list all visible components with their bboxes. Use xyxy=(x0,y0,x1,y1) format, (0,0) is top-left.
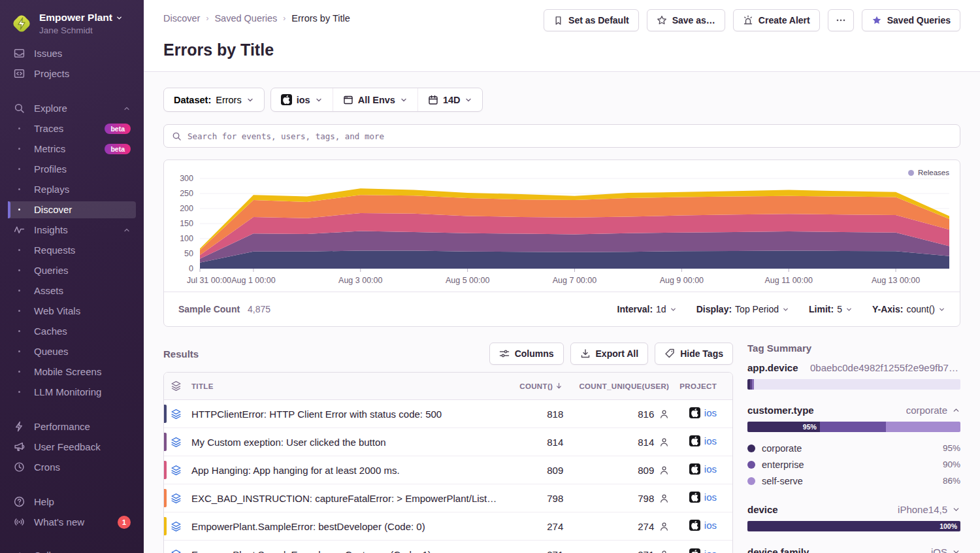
error-title[interactable]: App Hanging: App hanging for at least 20… xyxy=(186,456,502,484)
column-header-project[interactable]: PROJECT xyxy=(674,373,732,400)
sidebar-item-caches[interactable]: Caches xyxy=(8,323,136,340)
error-title[interactable]: My Custom exeption: User clicked the but… xyxy=(186,428,502,456)
error-title[interactable]: EmpowerPlant.SampleError: bestDeveloper … xyxy=(186,512,502,541)
bullet-icon xyxy=(13,371,25,373)
chart-panel: Releases 050100150200250300Jul 31 00:00A… xyxy=(163,159,960,327)
search-bar xyxy=(163,124,960,148)
sidebar-item-llm-monitoring[interactable]: LLM Monitoring xyxy=(8,384,136,401)
sidebar-item-what-s-new[interactable]: What's new1 xyxy=(8,514,136,531)
sidebar-item-requests[interactable]: Requests xyxy=(8,242,136,259)
stacked-area-chart: 050100150200250300Jul 31 00:00Aug 1 00:0… xyxy=(164,160,960,292)
error-title[interactable]: EmpowerPlant.SampleError: happyCustomer … xyxy=(186,541,502,553)
sidebar-item-profiles[interactable]: Profiles xyxy=(8,161,136,178)
sidebar-item-metrics[interactable]: Metricsbeta xyxy=(8,141,136,158)
count-value: 809 xyxy=(502,456,568,484)
sidebar-item-help[interactable]: Help xyxy=(8,494,136,511)
limit-selector[interactable]: Limit:5 xyxy=(809,304,853,314)
sidebar-item-collapse[interactable]: Collapse xyxy=(8,547,136,553)
row-stack-cell[interactable] xyxy=(164,400,186,428)
broadcast-icon xyxy=(13,516,25,528)
sidebar-item-queues[interactable]: Queues xyxy=(8,343,136,360)
project-link[interactable]: ios xyxy=(704,407,717,418)
sidebar-item-projects[interactable]: Projects xyxy=(8,65,136,82)
date-range-filter[interactable]: 14D xyxy=(417,88,483,111)
svg-text:Aug 1 00:00: Aug 1 00:00 xyxy=(231,276,275,285)
sidebar-item-mobile-screens[interactable]: Mobile Screens xyxy=(8,363,136,380)
yaxis-selector[interactable]: Y-Axis:count() xyxy=(872,304,945,314)
count-value: 818 xyxy=(502,400,568,428)
results-section: Results Columns Export All xyxy=(163,343,733,553)
column-header-count[interactable]: COUNT() xyxy=(502,373,568,400)
columns-button[interactable]: Columns xyxy=(489,343,564,365)
sidebar-item-traces[interactable]: Tracesbeta xyxy=(8,120,136,137)
project-filter[interactable]: ios xyxy=(271,88,333,111)
column-header-title[interactable]: TITLE xyxy=(186,373,502,400)
saved-queries-button[interactable]: Saved Queries xyxy=(862,9,960,31)
more-options-button[interactable] xyxy=(828,9,854,31)
breadcrumb-saved-queries[interactable]: Saved Queries xyxy=(214,13,277,24)
breadcrumb-discover[interactable]: Discover xyxy=(163,13,200,24)
sidebar-item-insights[interactable]: Insights xyxy=(8,222,136,239)
help-icon xyxy=(13,496,25,507)
sidebar-item-crons[interactable]: Crons xyxy=(8,459,136,476)
tag-section-header[interactable]: deviceiPhone14,5 xyxy=(747,504,960,515)
svg-text:150: 150 xyxy=(180,219,193,228)
tag-value-row[interactable]: self-serve86% xyxy=(747,473,960,489)
count-unique-value: 816 xyxy=(568,400,674,428)
save-as-button[interactable]: Save as… xyxy=(647,9,725,31)
series-color-bar xyxy=(164,461,167,479)
org-switcher[interactable]: Empower Plant Jane Schmidt xyxy=(0,9,144,45)
tag-section-header[interactable]: app.device0baebc0de4982f1255f2e9e9fb7… xyxy=(747,362,960,373)
tag-section-header[interactable]: customer.typecorporate xyxy=(747,405,960,416)
environment-filter[interactable]: All Envs xyxy=(333,88,417,111)
tag-section-header[interactable]: device.familyiOS xyxy=(747,546,960,553)
search-icon xyxy=(13,103,25,114)
interval-selector[interactable]: Interval:1d xyxy=(617,304,677,314)
tag-value-row[interactable]: enterprise90% xyxy=(747,456,960,473)
column-header-count-unique[interactable]: COUNT_UNIQUE(USER) xyxy=(568,373,674,400)
tag-summary-heading: Tag Summary xyxy=(747,343,960,354)
search-input[interactable] xyxy=(188,131,952,141)
siren-icon xyxy=(743,15,753,25)
sidebar-item-queries[interactable]: Queries xyxy=(8,262,136,279)
apple-icon xyxy=(689,520,700,531)
table-row: App Hanging: App hanging for at least 20… xyxy=(164,456,732,484)
display-selector[interactable]: Display:Top Period xyxy=(696,304,789,314)
export-all-button[interactable]: Export All xyxy=(570,343,649,365)
table-row: EXC_BAD_INSTRUCTION: captureFatalError: … xyxy=(164,484,732,512)
error-title[interactable]: HTTPClientError: HTTP Client Error with … xyxy=(186,400,502,428)
chevron-down-icon xyxy=(465,96,472,104)
hide-tags-button[interactable]: Hide Tags xyxy=(655,343,733,365)
project-link[interactable]: ios xyxy=(704,548,717,553)
sidebar-item-web-vitals[interactable]: Web Vitals xyxy=(8,303,136,320)
row-stack-cell[interactable] xyxy=(164,541,186,553)
sidebar-item-user-feedback[interactable]: User Feedback xyxy=(8,439,136,456)
sidebar-item-performance[interactable]: Performance xyxy=(8,418,136,435)
row-stack-cell[interactable] xyxy=(164,456,186,484)
project-link[interactable]: ios xyxy=(704,492,717,503)
sidebar-item-explore[interactable]: Explore xyxy=(8,100,136,117)
sidebar-item-replays[interactable]: Replays xyxy=(8,181,136,198)
sidebar-item-assets[interactable]: Assets xyxy=(8,282,136,299)
project-link[interactable]: ios xyxy=(704,520,717,531)
count-unique-value: 798 xyxy=(568,484,674,512)
create-alert-button[interactable]: Create Alert xyxy=(733,9,820,31)
row-stack-cell[interactable] xyxy=(164,428,186,456)
stack-toggle-header[interactable] xyxy=(164,373,186,400)
row-stack-cell[interactable] xyxy=(164,484,186,512)
tag-icon xyxy=(664,348,675,359)
row-stack-cell[interactable] xyxy=(164,512,186,541)
dataset-selector[interactable]: Dataset: Errors xyxy=(163,88,265,112)
tag-value-row[interactable]: corporate95% xyxy=(747,440,960,456)
tag-top-value: corporate xyxy=(906,405,947,416)
svg-text:300: 300 xyxy=(180,174,193,183)
page-title: Errors by Title xyxy=(163,41,960,59)
svg-text:50: 50 xyxy=(184,249,193,258)
project-link[interactable]: ios xyxy=(704,463,717,475)
error-title[interactable]: EXC_BAD_INSTRUCTION: captureFatalError: … xyxy=(186,484,502,512)
sidebar-item-issues[interactable]: Issues xyxy=(8,45,136,62)
set-as-default-button[interactable]: Set as Default xyxy=(544,9,639,31)
project-link[interactable]: ios xyxy=(704,435,717,446)
sidebar-item-discover[interactable]: Discover xyxy=(8,201,136,218)
legend-releases[interactable]: Releases xyxy=(908,169,949,176)
